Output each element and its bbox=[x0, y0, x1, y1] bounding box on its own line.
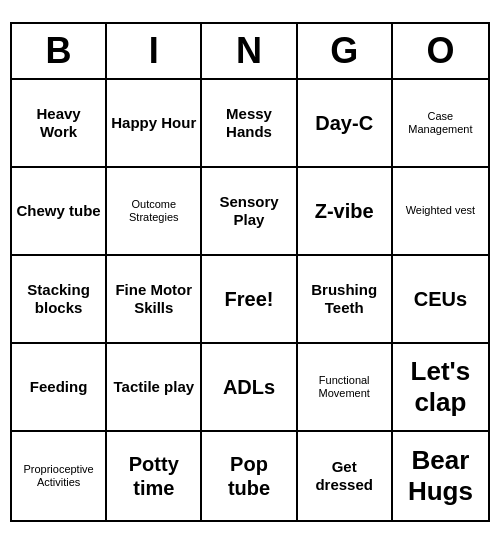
cell-text-13: Brushing Teeth bbox=[302, 281, 387, 317]
cell-text-2: Messy Hands bbox=[206, 105, 291, 141]
bingo-cell-6[interactable]: Outcome Strategies bbox=[107, 168, 202, 256]
bingo-cell-2[interactable]: Messy Hands bbox=[202, 80, 297, 168]
cell-text-7: Sensory Play bbox=[206, 193, 291, 229]
cell-text-12: Free! bbox=[225, 287, 274, 311]
cell-text-19: Let's clap bbox=[397, 356, 484, 418]
cell-text-10: Stacking blocks bbox=[16, 281, 101, 317]
cell-text-16: Tactile play bbox=[113, 378, 194, 396]
cell-text-0: Heavy Work bbox=[16, 105, 101, 141]
cell-text-17: ADLs bbox=[223, 375, 275, 399]
bingo-cell-12[interactable]: Free! bbox=[202, 256, 297, 344]
bingo-cell-17[interactable]: ADLs bbox=[202, 344, 297, 432]
bingo-cell-24[interactable]: Bear Hugs bbox=[393, 432, 488, 520]
bingo-cell-19[interactable]: Let's clap bbox=[393, 344, 488, 432]
bingo-cell-8[interactable]: Z-vibe bbox=[298, 168, 393, 256]
bingo-cell-14[interactable]: CEUs bbox=[393, 256, 488, 344]
cell-text-9: Weighted vest bbox=[406, 204, 476, 217]
bingo-cell-20[interactable]: Proprioceptive Activities bbox=[12, 432, 107, 520]
bingo-cell-10[interactable]: Stacking blocks bbox=[12, 256, 107, 344]
cell-text-11: Fine Motor Skills bbox=[111, 281, 196, 317]
letter-o: O bbox=[393, 24, 488, 78]
cell-text-18: Functional Movement bbox=[302, 374, 387, 400]
bingo-cell-1[interactable]: Happy Hour bbox=[107, 80, 202, 168]
bingo-cell-18[interactable]: Functional Movement bbox=[298, 344, 393, 432]
cell-text-23: Get dressed bbox=[302, 458, 387, 494]
bingo-cell-15[interactable]: Feeding bbox=[12, 344, 107, 432]
bingo-cell-3[interactable]: Day-C bbox=[298, 80, 393, 168]
letter-b: B bbox=[12, 24, 107, 78]
bingo-cell-5[interactable]: Chewy tube bbox=[12, 168, 107, 256]
bingo-header: B I N G O bbox=[12, 24, 488, 80]
cell-text-15: Feeding bbox=[30, 378, 88, 396]
letter-n: N bbox=[202, 24, 297, 78]
bingo-grid: Heavy WorkHappy HourMessy HandsDay-CCase… bbox=[12, 80, 488, 520]
cell-text-3: Day-C bbox=[315, 111, 373, 135]
letter-i: I bbox=[107, 24, 202, 78]
cell-text-21: Potty time bbox=[111, 452, 196, 500]
bingo-cell-22[interactable]: Pop tube bbox=[202, 432, 297, 520]
cell-text-20: Proprioceptive Activities bbox=[16, 463, 101, 489]
cell-text-4: Case Management bbox=[397, 110, 484, 136]
bingo-cell-23[interactable]: Get dressed bbox=[298, 432, 393, 520]
cell-text-5: Chewy tube bbox=[17, 202, 101, 220]
bingo-cell-11[interactable]: Fine Motor Skills bbox=[107, 256, 202, 344]
cell-text-24: Bear Hugs bbox=[397, 445, 484, 507]
letter-g: G bbox=[298, 24, 393, 78]
bingo-cell-13[interactable]: Brushing Teeth bbox=[298, 256, 393, 344]
bingo-cell-4[interactable]: Case Management bbox=[393, 80, 488, 168]
cell-text-1: Happy Hour bbox=[111, 114, 196, 132]
bingo-card: B I N G O Heavy WorkHappy HourMessy Hand… bbox=[10, 22, 490, 522]
bingo-cell-9[interactable]: Weighted vest bbox=[393, 168, 488, 256]
bingo-cell-0[interactable]: Heavy Work bbox=[12, 80, 107, 168]
cell-text-14: CEUs bbox=[414, 287, 467, 311]
cell-text-22: Pop tube bbox=[206, 452, 291, 500]
bingo-cell-21[interactable]: Potty time bbox=[107, 432, 202, 520]
cell-text-8: Z-vibe bbox=[315, 199, 374, 223]
bingo-cell-16[interactable]: Tactile play bbox=[107, 344, 202, 432]
cell-text-6: Outcome Strategies bbox=[111, 198, 196, 224]
bingo-cell-7[interactable]: Sensory Play bbox=[202, 168, 297, 256]
